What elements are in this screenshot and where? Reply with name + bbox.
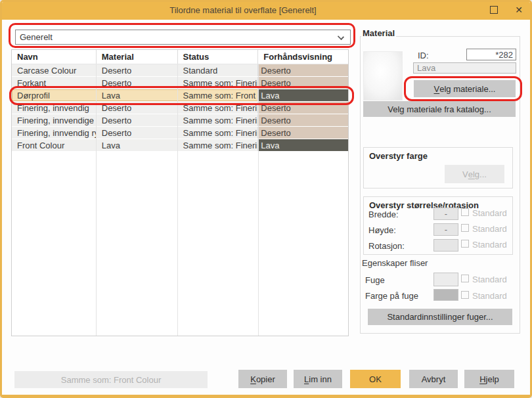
dialog-window: Tilordne material til overflate [Generel… xyxy=(0,0,532,398)
height-standard-checkbox xyxy=(461,224,469,232)
table-row[interactable]: Front Colour Lava Samme som: Finering La… xyxy=(12,139,348,152)
cell-navn: Finering, innvendig rygg xyxy=(12,127,97,139)
cell-navn: Finering, innvendige side xyxy=(12,114,97,126)
height-label: Høyde: xyxy=(368,225,396,235)
cell-preview: Deserto xyxy=(258,114,348,126)
table-row[interactable]: Finering, innvendig Deserto Samme som: F… xyxy=(12,102,348,114)
rotation-standard-checkbox xyxy=(461,240,469,248)
grout-color-swatch xyxy=(433,289,458,301)
tile-properties-title: Egenskaper fliser xyxy=(362,258,428,268)
cell-status: Samme som: Finering xyxy=(178,77,259,89)
copy-button[interactable]: Kopier xyxy=(238,370,287,388)
material-group-title: Material xyxy=(361,28,396,38)
paste-button[interactable]: Lim inn xyxy=(294,370,342,388)
cell-material: Lava xyxy=(97,89,178,101)
column-header-forhandsvisning[interactable]: Forhåndsvisning xyxy=(258,50,348,64)
cell-status: Samme som: Finering xyxy=(178,139,259,151)
cancel-button[interactable]: Avbryt xyxy=(409,370,458,388)
cell-material: Deserto xyxy=(97,102,178,114)
cell-material: Deserto xyxy=(97,127,178,139)
cell-navn: Dørprofil xyxy=(12,89,97,101)
cell-navn: Forkant xyxy=(12,77,97,89)
column-header-navn[interactable]: Navn xyxy=(12,50,97,64)
table-row[interactable]: Finering, innvendig rygg Deserto Samme s… xyxy=(12,127,348,139)
width-input: - xyxy=(433,208,458,220)
help-button[interactable]: Hjelp xyxy=(464,370,514,388)
rotation-standard-label: Standard xyxy=(472,240,507,250)
table-row[interactable]: Finering, innvendige side Deserto Samme … xyxy=(12,114,348,127)
grout-label: Fuge xyxy=(365,275,385,285)
same-as-status-box: Samme som: Front Colour xyxy=(14,371,208,388)
surfaces-table: Navn Material Status Forhåndsvisning Car… xyxy=(11,49,349,336)
cell-status: Samme som: Front Colou xyxy=(178,89,259,101)
column-divider xyxy=(96,64,97,336)
cell-preview: Lava xyxy=(258,89,348,101)
cell-material: Deserto xyxy=(97,64,178,76)
width-standard-label: Standard xyxy=(472,208,507,218)
height-standard-label: Standard xyxy=(472,224,507,234)
column-divider xyxy=(258,64,259,336)
ok-button[interactable]: OK xyxy=(350,370,401,388)
cell-material: Deserto xyxy=(97,114,178,126)
grout-input xyxy=(433,273,458,286)
column-header-material[interactable]: Material xyxy=(97,50,178,64)
cell-preview: Deserto xyxy=(258,77,348,89)
cell-navn: Front Colour xyxy=(12,139,97,151)
cell-material: Deserto xyxy=(97,77,178,89)
column-header-status[interactable]: Status xyxy=(178,50,259,64)
grout-color-standard-label: Standard xyxy=(472,291,507,301)
table-header: Navn Material Status Forhåndsvisning xyxy=(12,50,348,64)
material-name-field: Lava xyxy=(413,62,516,74)
width-label: Bredde: xyxy=(368,210,399,219)
cell-preview: Deserto xyxy=(258,64,348,76)
rotation-label: Rotasjon: xyxy=(368,241,405,251)
select-material-button[interactable]: Velg materiale... xyxy=(414,80,516,97)
column-divider xyxy=(177,64,178,336)
cell-status: Samme som: Finering, in xyxy=(178,127,259,139)
width-standard-checkbox xyxy=(461,208,469,216)
override-color-title: Overstyr farge xyxy=(369,151,428,161)
cell-preview: Deserto xyxy=(258,127,348,139)
cell-status: Samme som: Finering, in xyxy=(178,114,259,126)
material-preview-image xyxy=(363,51,403,100)
table-row[interactable]: Carcase Colour Deserto Standard Deserto xyxy=(12,64,348,77)
cell-preview: Lava xyxy=(258,139,348,151)
grout-color-label: Farge på fuge xyxy=(365,291,418,301)
cell-preview: Deserto xyxy=(258,102,348,114)
rotation-input xyxy=(433,239,458,252)
grout-color-standard-checkbox xyxy=(461,291,469,299)
table-row[interactable]: Forkant Deserto Samme som: Finering Dese… xyxy=(12,77,348,89)
id-label: ID: xyxy=(418,51,429,60)
cell-status: Samme som: Finering xyxy=(178,102,259,114)
cell-material: Lava xyxy=(97,139,178,151)
override-color-groupbox: Overstyr farge Velg... xyxy=(363,147,513,188)
choose-color-button: Velg... xyxy=(445,165,504,183)
surface-set-dropdown[interactable]: Generelt xyxy=(15,30,351,45)
cell-navn: Carcase Colour xyxy=(12,64,97,76)
material-id-field[interactable]: *282 xyxy=(466,49,516,60)
select-material-from-catalog-button[interactable]: Velg materiale fra katalog... xyxy=(363,101,516,117)
grout-default-settings-button[interactable]: Standardinnstillinger fuger... xyxy=(368,309,512,325)
cell-status: Standard xyxy=(178,64,259,76)
cell-navn: Finering, innvendig xyxy=(12,102,97,114)
table-row-selected[interactable]: Dørprofil Lava Samme som: Front Colou La… xyxy=(12,89,348,102)
surface-set-value: Generelt xyxy=(20,32,53,42)
height-input: - xyxy=(433,223,458,236)
grout-standard-label: Standard xyxy=(472,275,507,284)
chevron-down-icon xyxy=(338,33,344,40)
grout-standard-checkbox xyxy=(461,275,469,282)
